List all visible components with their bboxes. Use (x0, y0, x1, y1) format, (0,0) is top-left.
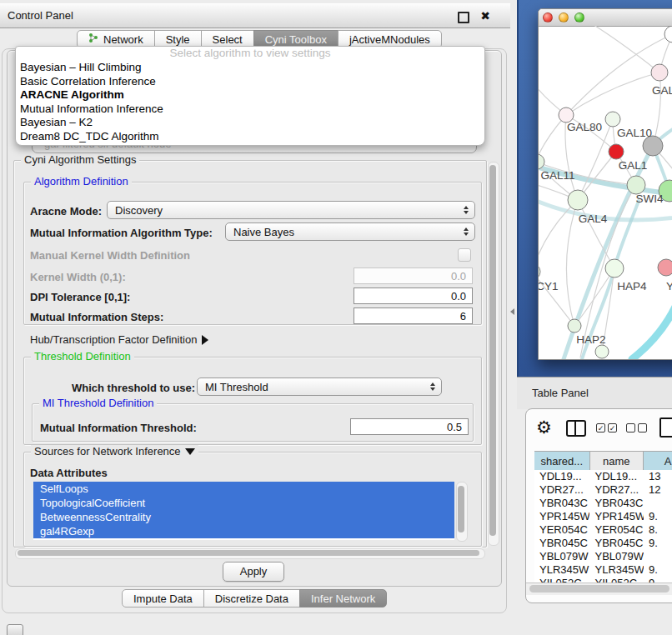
network-window[interactable]: GALGAL80GAL10GAL1GAL11SWI4GAL4GCY1HAP4YH… (538, 8, 672, 360)
attribute-list-scrollbar (456, 482, 468, 542)
hub-definition-expander[interactable]: Hub/Transcription Factor Definition (30, 333, 208, 346)
table-cell: YIL052C (589, 577, 644, 582)
node-gal1[interactable] (627, 176, 645, 194)
attribute-item[interactable]: TopologicalCoefficient (33, 496, 454, 510)
tab-label: Impute Data (133, 592, 193, 605)
gear-icon[interactable]: ⚙ (536, 418, 552, 436)
attribute-item[interactable]: BetweennessCentrality (33, 510, 454, 524)
table-cell: 9. (644, 563, 672, 577)
hub-definition-label: Hub/Transcription Factor Definition (30, 333, 197, 346)
aracne-mode-combobox[interactable]: Discovery (107, 201, 475, 219)
close-window-icon[interactable] (543, 12, 553, 22)
column-header[interactable]: name (590, 452, 644, 471)
table-cell: 13 (644, 470, 672, 483)
checked-checkboxes-icon[interactable]: ✓✓ (596, 423, 617, 432)
scrollbar-thumb[interactable] (529, 585, 669, 592)
algorithm-option[interactable]: Mutual Information Inference (16, 102, 484, 117)
which-threshold-value: MI Threshold (205, 381, 268, 393)
algorithm-dropdown-popup: Select algorithm to view settings Bayesi… (15, 46, 485, 146)
node-top-partial[interactable] (664, 26, 672, 42)
network-canvas[interactable]: GALGAL80GAL10GAL1GAL11SWI4GAL4GCY1HAP4YH… (539, 26, 672, 359)
table-cell (644, 497, 672, 510)
node-hap4[interactable] (605, 259, 624, 278)
panel-divider-handle[interactable] (510, 308, 514, 315)
tab-infer-network[interactable]: Infer Network (299, 589, 387, 608)
node-label: GAL4 (579, 212, 608, 225)
node-pink-top[interactable] (651, 64, 668, 81)
mi-type-combobox[interactable]: Naive Bayes (225, 222, 475, 241)
aracne-mode-label: Aracne Mode: (30, 205, 102, 218)
algorithm-option[interactable]: Bayesian – Hill Climbing (16, 61, 484, 75)
table-cell: YBR045C (534, 537, 589, 550)
node-label: HAP4 (617, 280, 647, 292)
algorithm-option[interactable]: Basic Correlation Inference (16, 75, 484, 89)
table-cell: 9 (644, 577, 672, 582)
kernel-width-label: Kernel Width (0,1): (30, 271, 126, 283)
scrollbar-thumb[interactable] (489, 165, 496, 536)
mi-threshold-field[interactable]: 0.5 (350, 418, 469, 435)
node-label: HAP2 (576, 333, 605, 346)
float-window-icon[interactable] (458, 12, 469, 23)
table-row[interactable]: YDL19...YDL19...13 (534, 470, 672, 483)
attribute-item[interactable]: gal4RGexp (33, 524, 454, 538)
column-header[interactable]: A (644, 452, 672, 471)
table-row[interactable]: YPR145WYPR145W9. (534, 510, 672, 523)
mi-steps-field[interactable]: 6 (354, 308, 473, 324)
tab-label: Infer Network (311, 592, 375, 605)
manual-kernel-checkbox[interactable] (458, 248, 471, 262)
control-panel-title: Control Panel (8, 9, 73, 22)
table-cell: YLR345W (589, 563, 644, 577)
algorithm-option[interactable]: Bayesian – K2 (16, 116, 484, 130)
minimize-window-icon[interactable] (559, 12, 569, 22)
network-window-titlebar[interactable] (539, 9, 672, 27)
table-cell: YBR043C (589, 497, 644, 510)
table-row[interactable]: YBR043CYBR043C (534, 497, 672, 510)
close-icon[interactable]: ✖ (480, 9, 490, 22)
table-row[interactable]: YIL052CYIL052C9 (534, 577, 672, 582)
data-attributes-list: SelfLoopsTopologicalCoefficientBetweenne… (33, 482, 454, 540)
table-row[interactable]: YLR345WYLR345W9. (534, 563, 672, 577)
which-threshold-combobox[interactable]: MI Threshold (197, 378, 442, 396)
node-label: Y (666, 280, 672, 292)
tab-discretize-data[interactable]: Discretize Data (203, 589, 300, 608)
table-row[interactable]: YBR045CYBR045C9. (534, 537, 672, 550)
stepper-icon (464, 206, 469, 214)
table-cell (644, 550, 672, 563)
stepper-icon (464, 228, 469, 236)
node-salmon[interactable] (658, 259, 672, 276)
node-hap2[interactable] (568, 319, 581, 332)
tab-impute-data[interactable]: Impute Data (122, 589, 204, 608)
tab-label: jActiveMNodules (349, 33, 430, 46)
algorithm-definition-title: Algorithm Definition (31, 175, 132, 188)
dpi-tolerance-field[interactable]: 0.0 (354, 288, 473, 304)
manual-kernel-label: Manual Kernel Width Definition (30, 249, 190, 262)
node-bottom-partial[interactable] (595, 345, 609, 358)
table-row[interactable]: YER054CYER054C8. (534, 523, 672, 537)
table-cell: 9. (644, 510, 672, 523)
algorithm-option[interactable]: Dream8 DC_TDC Algorithm (16, 130, 484, 144)
column-header[interactable]: shared... (534, 452, 590, 471)
network-edge (566, 72, 659, 115)
node-gcy1[interactable] (539, 263, 540, 280)
table-row[interactable]: YDR27...YDR27...12 (534, 483, 672, 497)
node-gal10[interactable] (605, 112, 620, 127)
kernel-width-field[interactable]: 0.0 (354, 268, 473, 284)
node-red[interactable] (609, 144, 624, 159)
scrollbar-thumb[interactable] (458, 486, 464, 532)
columns-icon[interactable] (566, 420, 586, 437)
algorithm-options-list: Bayesian – Hill ClimbingBasic Correlatio… (16, 61, 484, 143)
table-cell: YIL052C (534, 577, 589, 582)
scrollbar-thumb[interactable] (18, 550, 479, 556)
maximize-window-icon[interactable] (574, 12, 584, 22)
node-gal4[interactable] (568, 190, 588, 210)
tab-label: Select (213, 33, 243, 46)
table-row[interactable]: YBL079WYBL079W (534, 550, 672, 563)
table-header-row: shared...nameA (534, 451, 672, 472)
attribute-item[interactable]: SelfLoops (33, 482, 454, 496)
unchecked-checkboxes-icon[interactable] (626, 423, 647, 432)
settings-horizontal-scrollbar (15, 548, 485, 559)
minimized-window-icon[interactable] (7, 624, 23, 635)
page-icon[interactable] (659, 418, 672, 438)
apply-button[interactable]: Apply (223, 562, 284, 582)
algorithm-option[interactable]: ARACNE Algorithm (16, 88, 484, 102)
